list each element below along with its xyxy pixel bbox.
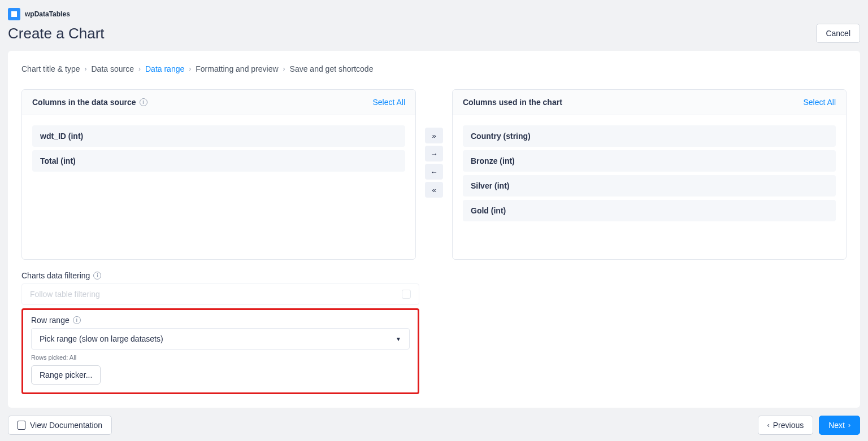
chevron-right-icon: ›: [138, 65, 141, 73]
view-documentation-button[interactable]: View Documentation: [8, 416, 112, 435]
cancel-button[interactable]: Cancel: [816, 24, 860, 43]
chevron-right-icon: ›: [848, 421, 850, 429]
arrow-right-icon: →: [431, 150, 438, 158]
used-column-item[interactable]: Silver (int): [463, 175, 836, 197]
chevron-left-icon: ‹: [767, 421, 770, 429]
caret-down-icon: ▼: [396, 336, 401, 342]
move-left-button[interactable]: ←: [425, 164, 443, 180]
view-docs-label: View Documentation: [30, 421, 102, 430]
source-columns-panel: Columns in the data source i Select All …: [21, 89, 416, 260]
breadcrumb-step-data-range[interactable]: Data range: [145, 64, 184, 73]
double-chevron-left-icon: «: [432, 186, 436, 194]
rows-picked-text: Rows picked: All: [31, 354, 410, 361]
shuttle-controls: » → ← «: [425, 89, 443, 198]
breadcrumb-step-title-type[interactable]: Chart title & type: [21, 64, 80, 73]
brand-name: wpDataTables: [25, 10, 70, 18]
chevron-right-icon: ›: [189, 65, 191, 73]
breadcrumb-step-formatting[interactable]: Formatting and preview: [196, 64, 278, 73]
document-icon: [18, 421, 25, 430]
previous-button[interactable]: ‹ Previous: [758, 416, 813, 435]
breadcrumb: Chart title & type › Data source › Data …: [21, 64, 847, 73]
info-icon[interactable]: i: [93, 272, 101, 280]
range-picker-button[interactable]: Range picker...: [31, 365, 101, 385]
move-right-button[interactable]: →: [425, 146, 443, 161]
follow-table-filtering-toggle: Follow table filtering: [21, 283, 419, 305]
row-range-value: Pick range (slow on large datasets): [40, 334, 163, 343]
used-column-item[interactable]: Country (string): [463, 125, 836, 147]
double-chevron-right-icon: »: [432, 132, 436, 140]
info-icon[interactable]: i: [140, 98, 147, 106]
brand: wpDataTables: [8, 8, 860, 20]
move-all-right-button[interactable]: »: [425, 128, 443, 143]
page-title: Create a Chart: [8, 25, 105, 42]
breadcrumb-step-save[interactable]: Save and get shortcode: [290, 64, 374, 73]
next-label: Next: [828, 421, 845, 430]
follow-filtering-text: Follow table filtering: [30, 290, 100, 299]
row-range-highlight: Row range i Pick range (slow on large da…: [21, 308, 419, 394]
arrow-left-icon: ←: [431, 168, 438, 176]
previous-label: Previous: [773, 421, 804, 430]
row-range-select[interactable]: Pick range (slow on large datasets) ▼: [31, 328, 410, 350]
used-columns-panel: Columns used in the chart Select All Cou…: [452, 89, 847, 260]
source-panel-title: Columns in the data source: [32, 98, 136, 107]
chevron-right-icon: ›: [85, 65, 87, 73]
checkbox-icon: [402, 290, 411, 299]
filtering-label: Charts data filtering: [21, 271, 90, 280]
breadcrumb-step-data-source[interactable]: Data source: [92, 64, 134, 73]
used-column-item[interactable]: Gold (int): [463, 200, 836, 221]
used-column-item[interactable]: Bronze (int): [463, 150, 836, 172]
used-panel-title: Columns used in the chart: [463, 98, 562, 107]
source-select-all[interactable]: Select All: [372, 98, 405, 107]
main-card: Chart title & type › Data source › Data …: [8, 51, 860, 408]
info-icon[interactable]: i: [73, 316, 81, 324]
source-column-item[interactable]: wdt_ID (int): [32, 125, 405, 147]
row-range-label: Row range: [31, 316, 70, 325]
move-all-left-button[interactable]: «: [425, 182, 443, 198]
next-button[interactable]: Next ›: [819, 416, 860, 435]
used-select-all[interactable]: Select All: [803, 98, 836, 107]
brand-logo-icon: [8, 8, 20, 20]
source-column-item[interactable]: Total (int): [32, 150, 405, 172]
chevron-right-icon: ›: [283, 65, 285, 73]
